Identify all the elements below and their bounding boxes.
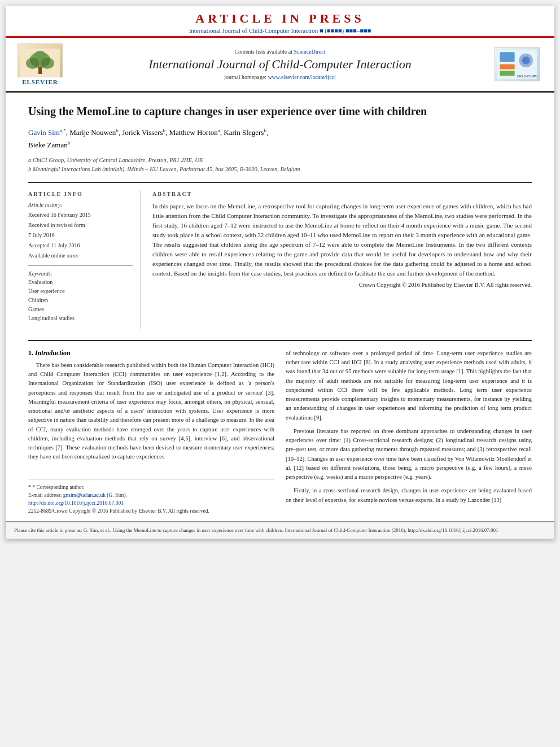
article-info-title: ARTICLE INFO — [28, 191, 133, 197]
aip-journal-ref: International Journal of Child-Computer … — [6, 27, 554, 34]
copyright-notice: Crown Copyright © 2016 Published by Else… — [152, 281, 532, 290]
abstract-title: ABSTRACT — [152, 191, 532, 197]
svg-rect-7 — [500, 52, 514, 62]
footnote-email-line: E-mail address: gnsim@uclan.ac.uk (G. Si… — [28, 491, 274, 499]
citation-bar: Please cite this article in press as: G.… — [6, 521, 554, 540]
elsevier-logo-image — [18, 43, 63, 77]
svg-rect-4 — [38, 67, 42, 74]
homepage-link[interactable]: www.elsevier.com/locate/ijcci — [268, 74, 335, 80]
intro-heading: 1. Introduction — [28, 349, 274, 357]
affiliation-b: b Meaningful Interactions Lab (mintlab),… — [28, 165, 532, 174]
author-3: Jorick Vissers — [122, 128, 163, 137]
accepted-date: Accepted 11 July 2016 — [28, 242, 80, 248]
author-6-sup: b — [68, 140, 71, 146]
keyword-4: Games — [28, 305, 133, 314]
section-title: Introduction — [35, 349, 71, 357]
abstract-text: In this paper, we focus on the MemoLine,… — [152, 202, 532, 290]
revised-date: 7 July 2016 — [28, 232, 55, 238]
main-text: 1. Introduction There has been considera… — [28, 340, 532, 516]
author-1-sup: a,* — [60, 128, 66, 133]
footnote-doi-line: http://dx.doi.org/10.1016/j.ijcci.2016.0… — [28, 499, 274, 507]
author-1: Gavin Sim — [28, 128, 60, 137]
footnote-corresponding: * Corresponding author. — [32, 484, 84, 490]
authors-line: Gavin Sima,*, Marije Nouwenb, Jorick Vis… — [28, 126, 532, 151]
aip-title: ARTICLE IN PRESS — [6, 11, 554, 26]
main-col-left: 1. Introduction There has been considera… — [28, 349, 274, 516]
journal-center-info: Contents lists available at ScienceDirec… — [72, 49, 488, 80]
keyword-5: Longitudinal studies — [28, 314, 133, 323]
history-section: Article history: Received 16 February 20… — [28, 202, 133, 260]
keyword-1: Evaluation — [28, 278, 133, 287]
intro-right-para2: Previous literature has reported on thre… — [286, 427, 532, 482]
footnote-email-suffix: (G. Sim). — [107, 492, 127, 498]
svg-rect-8 — [500, 64, 514, 69]
elsevier-logo-area: ELSEVIER — [15, 43, 65, 85]
homepage-line: journal homepage: www.elsevier.com/locat… — [72, 74, 488, 80]
doi-link[interactable]: http://dx.doi.org/10.1016/j.ijcci.2016.0… — [28, 500, 124, 506]
sciencedirect-link[interactable]: ScienceDirect — [294, 49, 325, 55]
footnote-issn-line: 2212-8689/Crown Copyright © 2016 Publish… — [28, 507, 274, 515]
article-info-abstract: ARTICLE INFO Article history: Received 1… — [28, 182, 532, 329]
svg-rect-9 — [500, 71, 514, 76]
intro-right-para1: of technology or software over a prolong… — [286, 349, 532, 422]
contents-label: Contents lists available at ScienceDirec… — [72, 49, 488, 55]
keyword-3: Children — [28, 296, 133, 305]
abstract-column: ABSTRACT In this paper, we focus on the … — [152, 191, 532, 329]
journal-icon: CHILD-COMPUTER — [495, 47, 540, 81]
article-body: Using the MemoLine to capture changes in… — [6, 93, 554, 521]
abstract-body: In this paper, we focus on the MemoLine,… — [152, 203, 532, 277]
received-date: Received 16 February 2015 — [28, 212, 91, 218]
journal-title: International Journal of Child-Computer … — [72, 57, 488, 72]
keywords-section: Keywords: Evaluation User experience Chi… — [28, 270, 133, 323]
journal-header: ELSEVIER Contents lists available at Sci… — [6, 38, 554, 93]
online-date: Available online xxxx — [28, 252, 78, 259]
intro-para1: There has been considerable research pub… — [28, 361, 274, 462]
section-num: 1. — [28, 349, 33, 357]
article-title: Using the MemoLine to capture changes in… — [28, 104, 532, 119]
author-2: Marije Nouwen — [69, 128, 116, 137]
journal-icon-area: CHILD-COMPUTER — [495, 47, 545, 81]
author-4: Matthew Horton — [169, 128, 217, 137]
history-label: Article history: — [28, 202, 133, 208]
footnote-star-line: * * Corresponding author. — [28, 483, 274, 491]
affiliations: a ChiCI Group, University of Central Lan… — [28, 156, 532, 174]
svg-point-11 — [522, 56, 530, 64]
intro-right-para3: Firstly, in a cross-sectional research d… — [286, 486, 532, 505]
citation-text: Please cite this article in press as: G.… — [14, 527, 498, 533]
main-col-right: of technology or software over a prolong… — [286, 349, 532, 516]
article-info-column: ARTICLE INFO Article history: Received 1… — [28, 191, 141, 329]
svg-text:CHILD-COMPUTER: CHILD-COMPUTER — [517, 75, 537, 78]
revised-label: Received in revised form — [28, 222, 85, 228]
footnote-email[interactable]: gnsim@uclan.ac.uk — [63, 492, 106, 498]
footnote-area: * * Corresponding author. E-mail address… — [28, 479, 274, 516]
elsevier-text: ELSEVIER — [22, 78, 58, 85]
author-6: Bieke Zaman — [28, 141, 68, 149]
info-divider — [28, 265, 133, 266]
aip-banner: ARTICLE IN PRESS International Journal o… — [6, 6, 554, 38]
affiliation-a: a ChiCI Group, University of Central Lan… — [28, 156, 532, 165]
author-5: Karin Slegers — [224, 128, 264, 137]
keywords-label: Keywords: — [28, 270, 133, 277]
footnote-email-label: E-mail address: — [28, 492, 62, 498]
svg-point-5 — [34, 51, 46, 60]
keyword-2: User experience — [28, 287, 133, 296]
